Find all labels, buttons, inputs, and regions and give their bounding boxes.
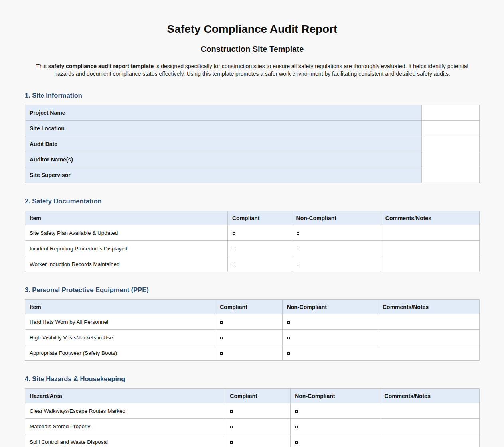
non-compliant-checkbox-icon[interactable]: [297, 232, 299, 235]
item-label: Incident Reporting Procedures Displayed: [25, 241, 228, 256]
table-row: Site Supervisor: [25, 167, 480, 183]
column-header-compliant: Compliant: [227, 211, 292, 225]
non-compliant-checkbox-icon[interactable]: [297, 264, 299, 266]
field-value-audit-date[interactable]: [422, 136, 480, 152]
section-heading-site-information: 1. Site Information: [25, 91, 480, 100]
section-heading-ppe: 3. Personal Protective Equipment (PPE): [25, 286, 480, 294]
non-compliant-cell[interactable]: [292, 256, 381, 272]
table-row: Worker Induction Records Maintained: [25, 256, 480, 272]
table-row: Clear Walkways/Escape Routes Marked: [25, 403, 480, 419]
column-header-item: Item: [25, 211, 228, 225]
compliant-checkbox-icon[interactable]: [230, 441, 233, 444]
column-header-comments: Comments/Notes: [381, 211, 479, 225]
compliant-checkbox-icon[interactable]: [233, 232, 235, 235]
non-compliant-checkbox-icon[interactable]: [297, 248, 299, 250]
page-subtitle: Construction Site Template: [25, 44, 480, 54]
column-header-comments: Comments/Notes: [380, 389, 479, 403]
table-row: Incident Reporting Procedures Displayed: [25, 241, 480, 256]
table-row: Site Location: [25, 121, 480, 136]
comments-cell[interactable]: [380, 419, 479, 434]
safety-documentation-table: Item Compliant Non-Compliant Comments/No…: [25, 211, 480, 272]
table-row: High-Visibility Vests/Jackets in Use: [25, 330, 480, 345]
column-header-non-compliant: Non-Compliant: [291, 389, 380, 403]
table-header-row: Item Compliant Non-Compliant Comments/No…: [25, 211, 480, 225]
non-compliant-checkbox-icon[interactable]: [287, 352, 290, 355]
table-row: Auditor Name(s): [25, 152, 480, 167]
field-label-audit-date: Audit Date: [25, 136, 422, 152]
non-compliant-cell[interactable]: [282, 345, 378, 361]
column-header-non-compliant: Non-Compliant: [282, 300, 378, 314]
item-label: Site Safety Plan Available & Updated: [25, 225, 228, 241]
comments-cell[interactable]: [378, 330, 479, 345]
non-compliant-checkbox-icon[interactable]: [295, 410, 298, 413]
comments-cell[interactable]: [378, 314, 479, 330]
table-row: Hard Hats Worn by All Personnel: [25, 314, 480, 330]
document-page: Safety Compliance Audit Report Construct…: [0, 0, 504, 447]
column-header-non-compliant: Non-Compliant: [292, 211, 381, 225]
compliant-cell[interactable]: [225, 419, 291, 434]
table-row: Spill Control and Waste Disposal: [25, 434, 480, 447]
non-compliant-cell[interactable]: [291, 403, 380, 419]
column-header-item: Item: [25, 300, 215, 314]
intro-text-bold: safety compliance audit report template: [48, 63, 154, 69]
hazards-table: Hazard/Area Compliant Non-Compliant Comm…: [25, 388, 480, 447]
item-label: Materials Stored Properly: [25, 419, 225, 434]
field-value-project-name[interactable]: [422, 105, 480, 121]
comments-cell[interactable]: [380, 434, 479, 447]
table-row: Materials Stored Properly: [25, 419, 480, 434]
ppe-table: Item Compliant Non-Compliant Comments/No…: [25, 299, 480, 361]
section-heading-safety-documentation: 2. Safety Documentation: [25, 197, 480, 205]
compliant-cell[interactable]: [227, 256, 292, 272]
comments-cell[interactable]: [380, 403, 479, 419]
compliant-cell[interactable]: [215, 314, 282, 330]
item-label: Hard Hats Worn by All Personnel: [25, 314, 215, 330]
table-row: Audit Date: [25, 136, 480, 152]
comments-cell[interactable]: [381, 256, 479, 272]
non-compliant-checkbox-icon[interactable]: [287, 321, 290, 324]
compliant-checkbox-icon[interactable]: [230, 410, 233, 413]
compliant-checkbox-icon[interactable]: [220, 352, 223, 355]
intro-text-prefix: This: [36, 63, 48, 69]
item-label: Clear Walkways/Escape Routes Marked: [25, 403, 225, 419]
comments-cell[interactable]: [381, 225, 479, 241]
non-compliant-cell[interactable]: [291, 434, 380, 447]
compliant-checkbox-icon[interactable]: [233, 248, 235, 250]
non-compliant-checkbox-icon[interactable]: [295, 441, 298, 444]
non-compliant-cell[interactable]: [282, 314, 378, 330]
column-header-compliant: Compliant: [215, 300, 282, 314]
compliant-checkbox-icon[interactable]: [220, 337, 223, 339]
table-header-row: Item Compliant Non-Compliant Comments/No…: [25, 300, 480, 314]
non-compliant-cell[interactable]: [292, 241, 381, 256]
compliant-cell[interactable]: [225, 403, 291, 419]
compliant-cell[interactable]: [215, 330, 282, 345]
compliant-cell[interactable]: [227, 225, 292, 241]
item-label: Spill Control and Waste Disposal: [25, 434, 225, 447]
compliant-cell[interactable]: [227, 241, 292, 256]
non-compliant-cell[interactable]: [292, 225, 381, 241]
item-label: Worker Induction Records Maintained: [25, 256, 228, 272]
column-header-compliant: Compliant: [225, 389, 291, 403]
non-compliant-checkbox-icon[interactable]: [295, 426, 298, 428]
table-row: Site Safety Plan Available & Updated: [25, 225, 480, 241]
compliant-cell[interactable]: [215, 345, 282, 361]
compliant-checkbox-icon[interactable]: [233, 264, 235, 266]
item-label: High-Visibility Vests/Jackets in Use: [25, 330, 215, 345]
table-row: Project Name: [25, 105, 480, 121]
column-header-hazard-area: Hazard/Area: [25, 389, 225, 403]
table-row: Appropriate Footwear (Safety Boots): [25, 345, 480, 361]
field-value-site-supervisor[interactable]: [422, 167, 480, 183]
compliant-checkbox-icon[interactable]: [230, 426, 233, 428]
field-value-site-location[interactable]: [422, 121, 480, 136]
compliant-cell[interactable]: [225, 434, 291, 447]
intro-paragraph: This safety compliance audit report temp…: [29, 63, 476, 77]
field-label-site-location: Site Location: [25, 121, 422, 136]
compliant-checkbox-icon[interactable]: [220, 321, 223, 324]
field-value-auditor-names[interactable]: [422, 152, 480, 167]
field-label-auditor-names: Auditor Name(s): [25, 152, 422, 167]
non-compliant-cell[interactable]: [291, 419, 380, 434]
comments-cell[interactable]: [381, 241, 479, 256]
site-information-table: Project Name Site Location Audit Date Au…: [25, 105, 480, 183]
comments-cell[interactable]: [378, 345, 479, 361]
non-compliant-checkbox-icon[interactable]: [287, 337, 290, 339]
non-compliant-cell[interactable]: [282, 330, 378, 345]
